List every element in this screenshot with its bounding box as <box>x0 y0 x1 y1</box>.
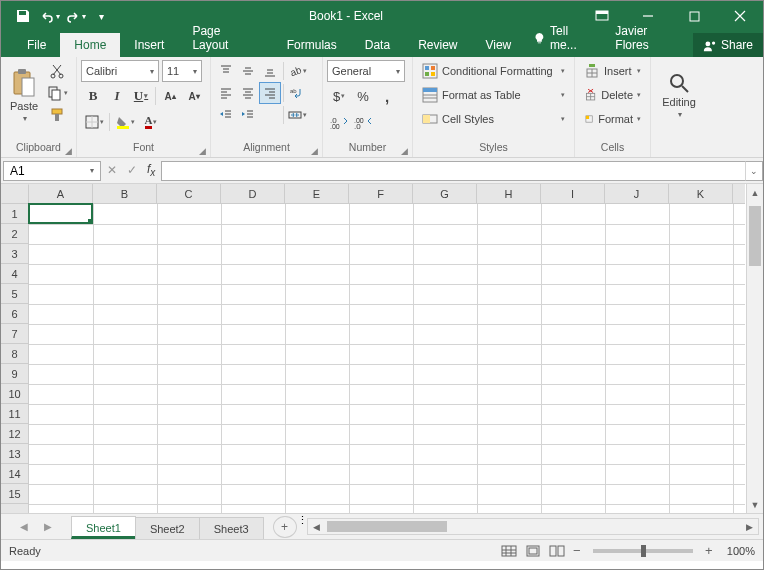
row-header[interactable]: 12 <box>1 424 28 444</box>
sheet-tab[interactable]: Sheet2 <box>135 517 200 539</box>
tell-me-input[interactable]: Tell me... <box>525 19 605 57</box>
tab-review[interactable]: Review <box>404 33 471 57</box>
scroll-left-button[interactable]: ◀ <box>308 519 325 534</box>
tab-file[interactable]: File <box>13 33 60 57</box>
row-header[interactable]: 7 <box>1 324 28 344</box>
tab-data[interactable]: Data <box>351 33 404 57</box>
decrease-indent-button[interactable] <box>215 104 237 126</box>
cell-grid[interactable] <box>29 204 745 513</box>
horizontal-scroll-thumb[interactable] <box>327 521 447 532</box>
paste-button[interactable]: Paste ▾ <box>5 60 43 130</box>
orientation-button[interactable]: ab▾ <box>286 60 308 82</box>
font-name-combo[interactable]: Calibri▾ <box>81 60 159 82</box>
zoom-level[interactable]: 100% <box>727 545 755 557</box>
borders-button[interactable]: ▾ <box>81 110 107 134</box>
fill-color-button[interactable]: ▾ <box>112 110 138 134</box>
increase-indent-button[interactable] <box>237 104 259 126</box>
insert-function-button[interactable]: fx <box>147 162 155 178</box>
font-color-button[interactable]: A▾ <box>138 110 164 134</box>
row-header[interactable]: 15 <box>1 484 28 504</box>
redo-button[interactable]: ▾ <box>63 4 87 28</box>
row-header[interactable]: 2 <box>1 224 28 244</box>
number-format-combo[interactable]: General▾ <box>327 60 405 82</box>
row-header[interactable]: 4 <box>1 264 28 284</box>
column-header[interactable]: F <box>349 184 413 203</box>
column-header[interactable]: C <box>157 184 221 203</box>
copy-button[interactable]: ▾ <box>45 82 69 104</box>
sheet-tab[interactable]: Sheet1 <box>71 516 136 539</box>
align-middle-button[interactable] <box>237 60 259 82</box>
cell-styles-button[interactable]: Cell Styles▾ <box>417 108 570 130</box>
align-center-button[interactable] <box>237 82 259 104</box>
find-select-button[interactable]: Editing ▾ <box>655 60 703 130</box>
align-top-button[interactable] <box>215 60 237 82</box>
undo-button[interactable]: ▾ <box>37 4 61 28</box>
column-header[interactable]: B <box>93 184 157 203</box>
vertical-scroll-thumb[interactable] <box>749 206 761 266</box>
dialog-launcher-icon[interactable]: ◢ <box>199 146 206 156</box>
conditional-formatting-button[interactable]: Conditional Formatting▾ <box>417 60 570 82</box>
page-break-view-button[interactable] <box>545 542 569 560</box>
formula-bar-input[interactable] <box>161 161 745 181</box>
percent-format-button[interactable]: % <box>351 84 375 108</box>
cut-button[interactable] <box>45 60 69 82</box>
bold-button[interactable]: B <box>81 84 105 108</box>
share-button[interactable]: Share <box>693 33 763 57</box>
delete-cells-button[interactable]: Delete▾ <box>579 84 646 106</box>
tab-split-handle[interactable]: ⋮ <box>297 514 303 539</box>
row-header[interactable]: 5 <box>1 284 28 304</box>
row-header[interactable]: 1 <box>1 204 28 224</box>
cancel-formula-button[interactable]: ✕ <box>107 163 117 177</box>
format-as-table-button[interactable]: Format as Table▾ <box>417 84 570 106</box>
column-header[interactable]: G <box>413 184 477 203</box>
dialog-launcher-icon[interactable]: ◢ <box>311 146 318 156</box>
save-button[interactable] <box>11 4 35 28</box>
row-header[interactable]: 13 <box>1 444 28 464</box>
row-header[interactable]: 11 <box>1 404 28 424</box>
expand-formula-bar-button[interactable]: ⌄ <box>745 161 763 181</box>
align-left-button[interactable] <box>215 82 237 104</box>
tab-home[interactable]: Home <box>60 33 120 57</box>
row-header[interactable]: 6 <box>1 304 28 324</box>
page-layout-view-button[interactable] <box>521 542 545 560</box>
accounting-format-button[interactable]: $▾ <box>327 84 351 108</box>
zoom-out-button[interactable]: − <box>569 543 585 559</box>
insert-cells-button[interactable]: Insert▾ <box>579 60 646 82</box>
select-all-button[interactable] <box>1 184 29 204</box>
comma-format-button[interactable]: , <box>375 84 399 108</box>
column-header[interactable]: K <box>669 184 733 203</box>
align-right-button[interactable] <box>259 82 281 104</box>
horizontal-scrollbar[interactable]: ◀ ▶ <box>307 518 759 535</box>
dialog-launcher-icon[interactable]: ◢ <box>401 146 408 156</box>
scroll-up-button[interactable]: ▲ <box>747 184 763 201</box>
column-header[interactable]: A <box>29 184 93 203</box>
column-header[interactable]: D <box>221 184 285 203</box>
sheet-nav-prev-button[interactable]: ◀ <box>17 520 31 534</box>
row-header[interactable]: 3 <box>1 244 28 264</box>
grow-font-button[interactable]: A▴ <box>158 84 182 108</box>
column-header[interactable]: J <box>605 184 669 203</box>
increase-decimal-button[interactable]: .0.00 <box>327 110 351 134</box>
tab-view[interactable]: View <box>471 33 525 57</box>
tab-insert[interactable]: Insert <box>120 33 178 57</box>
name-box[interactable]: A1▾ <box>3 161 101 181</box>
zoom-thumb[interactable] <box>641 545 646 557</box>
scroll-right-button[interactable]: ▶ <box>741 519 758 534</box>
user-name[interactable]: Javier Flores <box>605 19 693 57</box>
new-sheet-button[interactable]: + <box>273 516 297 538</box>
row-header[interactable]: 10 <box>1 384 28 404</box>
underline-button[interactable]: U▾ <box>129 84 153 108</box>
sheet-tab[interactable]: Sheet3 <box>199 517 264 539</box>
vertical-scrollbar[interactable]: ▲ ▼ <box>746 184 763 513</box>
font-size-combo[interactable]: 11▾ <box>162 60 202 82</box>
format-cells-button[interactable]: Format▾ <box>579 108 646 130</box>
italic-button[interactable]: I <box>105 84 129 108</box>
sheet-nav-next-button[interactable]: ▶ <box>41 520 55 534</box>
row-header[interactable]: 14 <box>1 464 28 484</box>
merge-center-button[interactable]: ▾ <box>286 104 308 126</box>
zoom-in-button[interactable]: + <box>701 543 717 559</box>
column-header[interactable]: H <box>477 184 541 203</box>
qat-customize-button[interactable]: ▾ <box>89 4 113 28</box>
row-header[interactable]: 9 <box>1 364 28 384</box>
tab-formulas[interactable]: Formulas <box>273 33 351 57</box>
